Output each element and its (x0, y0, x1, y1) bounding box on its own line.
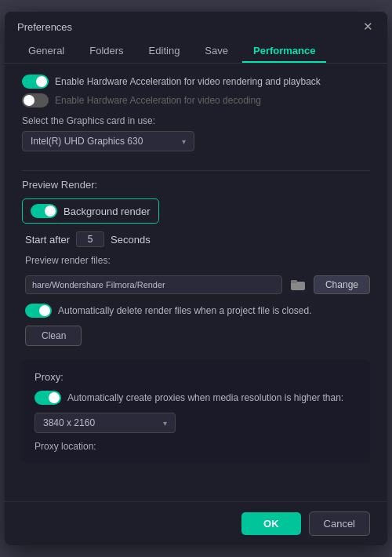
proxy-dropdown-arrow-icon: ▾ (163, 419, 167, 428)
proxy-section: Proxy: Automatically create proxies when… (22, 360, 370, 463)
tab-bar: General Folders Editing Save Performance (5, 34, 387, 64)
clean-button[interactable]: Clean (25, 326, 82, 346)
proxy-auto-label: Automatically create proxies when media … (67, 392, 343, 403)
svg-rect-1 (291, 280, 297, 283)
hw-accel-row-2: Enable Hardware Acceleration for video d… (22, 93, 370, 107)
proxy-resolution-value: 3840 x 2160 (43, 417, 95, 428)
change-button[interactable]: Change (314, 275, 370, 294)
start-after-value[interactable]: 5 (76, 231, 104, 247)
graphics-card-label: Select the Graphics card in use: (22, 115, 370, 126)
hw-accel-toggle-2[interactable] (22, 93, 49, 107)
auto-delete-toggle-knob (39, 305, 50, 316)
proxy-resolution-dropdown[interactable]: 3840 x 2160 ▾ (34, 413, 176, 433)
tab-folders[interactable]: Folders (78, 40, 134, 63)
bg-render-toggle-knob (45, 206, 56, 217)
tab-save[interactable]: Save (194, 40, 239, 63)
bg-render-toggle[interactable] (31, 204, 57, 218)
toggle-knob-2 (24, 95, 34, 106)
close-button[interactable]: ✕ (361, 20, 375, 34)
preview-render-section: Preview Render: Background render Start … (22, 179, 370, 346)
graphics-card-section: Select the Graphics card in use: Intel(R… (22, 115, 370, 151)
file-path-display: hare/Wondershare Filmora/Render (25, 275, 282, 294)
preferences-dialog: Preferences ✕ General Folders Editing Sa… (5, 12, 387, 545)
dialog-title: Preferences (17, 21, 72, 33)
bg-render-label: Background render (64, 206, 151, 217)
dropdown-arrow-icon: ▾ (182, 137, 186, 146)
seconds-label: Seconds (111, 234, 151, 246)
hw-accel-toggle-1[interactable] (22, 75, 49, 89)
auto-delete-toggle[interactable] (25, 304, 52, 318)
hw-accel-label-2: Enable Hardware Acceleration for video d… (55, 95, 261, 106)
auto-delete-label: Automatically delete render files when a… (58, 305, 312, 316)
proxy-auto-toggle[interactable] (34, 391, 61, 405)
tab-editing[interactable]: Editing (138, 40, 191, 63)
section-divider (22, 170, 370, 171)
hw-accel-label-1: Enable Hardware Acceleration for video r… (55, 76, 321, 87)
preview-render-title: Preview Render: (22, 179, 370, 191)
cancel-button[interactable]: Cancel (309, 511, 370, 536)
tab-performance[interactable]: Performance (242, 40, 326, 63)
file-path-row: hare/Wondershare Filmora/Render Change (25, 274, 370, 296)
ok-button[interactable]: OK (241, 512, 301, 535)
folder-icon-button[interactable] (287, 274, 309, 296)
title-bar: Preferences ✕ (5, 12, 387, 34)
tab-general[interactable]: General (17, 40, 75, 63)
preview-files-label: Preview render files: (25, 255, 370, 266)
start-after-row: Start after 5 Seconds (25, 231, 370, 247)
content-area: Enable Hardware Acceleration for video r… (5, 64, 387, 501)
start-after-label: Start after (25, 234, 70, 246)
proxy-title: Proxy: (34, 371, 358, 383)
auto-delete-row: Automatically delete render files when a… (25, 304, 370, 318)
hw-accel-section: Enable Hardware Acceleration for video r… (22, 75, 370, 107)
bg-render-toggle-row: Background render (22, 198, 159, 224)
proxy-location-label: Proxy location: (34, 441, 358, 452)
proxy-auto-row: Automatically create proxies when media … (34, 391, 358, 405)
proxy-auto-toggle-knob (49, 392, 60, 403)
hw-accel-row-1: Enable Hardware Acceleration for video r… (22, 75, 370, 89)
graphics-card-dropdown[interactable]: Intel(R) UHD Graphics 630 ▾ (22, 131, 194, 151)
graphics-card-value: Intel(R) UHD Graphics 630 (31, 136, 143, 147)
footer: OK Cancel (5, 501, 387, 545)
toggle-knob-1 (36, 76, 47, 87)
